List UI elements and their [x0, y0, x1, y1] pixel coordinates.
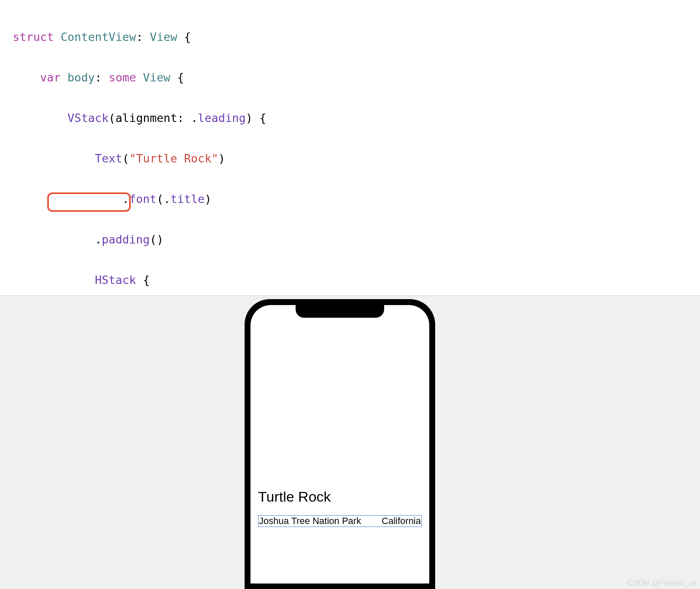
- type-contentview: ContentView: [61, 30, 136, 43]
- code-line[interactable]: .font(.title): [0, 192, 700, 206]
- keyword-var: var: [40, 71, 61, 84]
- code-line[interactable]: .padding(): [0, 233, 700, 246]
- enum-title: title: [170, 192, 205, 205]
- preview-left-text: Joshua Tree Nation Park: [259, 516, 361, 527]
- watermark-text: CSDN @Forever_wj: [628, 578, 697, 587]
- enum-leading: leading: [198, 111, 246, 124]
- keyword-struct: struct: [13, 30, 54, 43]
- code-line[interactable]: Text("Turtle Rock"): [0, 152, 700, 165]
- preview-hstack-selected[interactable]: Joshua Tree Nation Park California: [258, 515, 422, 527]
- preview-right-text: California: [382, 516, 421, 527]
- code-line[interactable]: VStack(alignment: .leading) {: [0, 111, 700, 125]
- device-notch: [296, 305, 384, 318]
- mod-font: font: [129, 192, 156, 205]
- swiftui-preview-content: Turtle Rock Joshua Tree Nation Park Cali…: [258, 489, 422, 527]
- device-screen[interactable]: Turtle Rock Joshua Tree Nation Park Cali…: [250, 305, 429, 584]
- keyword-some: some: [109, 71, 136, 84]
- code-line[interactable]: struct ContentView: View {: [0, 30, 700, 44]
- prop-body: body: [67, 71, 95, 84]
- mod-padding: padding: [102, 233, 150, 246]
- code-editor[interactable]: struct ContentView: View { var body: som…: [0, 0, 700, 295]
- call-hstack: HStack: [95, 273, 136, 286]
- preview-canvas[interactable]: Turtle Rock Joshua Tree Nation Park Cali…: [0, 295, 700, 589]
- call-vstack: VStack: [67, 111, 109, 124]
- code-line[interactable]: HStack {: [0, 273, 700, 287]
- preview-title-text: Turtle Rock: [258, 489, 422, 505]
- call-text: Text: [95, 152, 122, 165]
- arg-alignment: alignment: [116, 111, 177, 124]
- device-frame: Turtle Rock Joshua Tree Nation Park Cali…: [245, 299, 435, 589]
- type-view: View: [150, 30, 177, 43]
- string-turtle: "Turtle Rock": [129, 152, 218, 165]
- type-view: View: [143, 71, 170, 84]
- code-line[interactable]: var body: some View {: [0, 71, 700, 84]
